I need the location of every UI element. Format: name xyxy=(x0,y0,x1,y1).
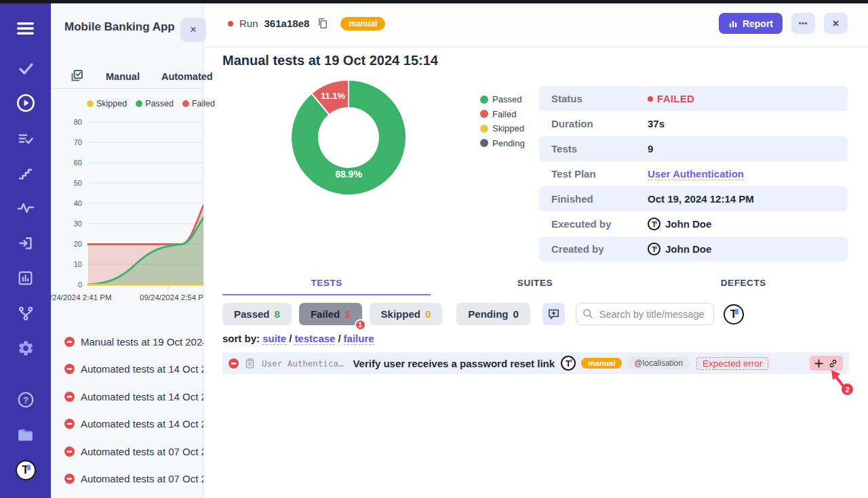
test-type-badge: manual xyxy=(581,358,622,369)
window-top-bar xyxy=(0,0,868,3)
play-circle-icon[interactable] xyxy=(0,91,51,115)
branch-icon[interactable] xyxy=(0,301,51,325)
bar-chart-icon[interactable] xyxy=(0,266,51,290)
filter-skipped-button[interactable]: Skipped0 xyxy=(370,303,443,325)
failed-status-icon xyxy=(229,358,239,369)
run-list-item[interactable]: Automated tests at 07 Oct 2 xyxy=(51,465,203,493)
filter-failed-button[interactable]: Failed1 1 xyxy=(299,303,362,325)
testomat-logo-icon[interactable]: T xyxy=(0,458,51,482)
run-title: Manual tests at 19 Oct 2024 15:14 xyxy=(222,53,438,68)
svg-text:?: ? xyxy=(23,395,28,405)
status-filter-row: Passed8 Failed1 1 Skipped0 Pending0 T xyxy=(222,303,848,325)
user-avatar: T xyxy=(648,243,660,255)
tab-suites[interactable]: SUITES xyxy=(431,272,639,295)
detail-row-status: Status FAILED xyxy=(539,86,848,111)
svg-text:70: 70 xyxy=(74,138,82,146)
test-result-row[interactable]: User Authentica… Verify user receives a … xyxy=(222,352,849,374)
copy-run-id-button[interactable] xyxy=(317,17,329,30)
svg-text:30: 30 xyxy=(74,220,82,228)
svg-text:0: 0 xyxy=(78,281,82,289)
run-list-item[interactable]: Manual tests at 19 Oct 2024 xyxy=(51,328,203,356)
report-button[interactable]: Report xyxy=(719,13,783,34)
steps-icon[interactable] xyxy=(0,161,51,186)
run-detail-view: Run 361a18e8 manual Report ••• × Manual … xyxy=(203,0,868,498)
legend-failed[interactable]: Failed xyxy=(182,99,215,108)
sort-by-failure-link[interactable]: failure xyxy=(344,333,374,345)
comment-plus-icon xyxy=(547,308,560,320)
search-icon xyxy=(583,308,593,322)
annotation-step-badge: 2 xyxy=(842,383,853,395)
run-id: 361a18e8 xyxy=(264,18,310,29)
settings-gear-icon[interactable] xyxy=(0,336,51,360)
detail-row-finished: Finished Oct 19, 2024 12:14 PM xyxy=(539,186,848,211)
donut-failed-label: 11.1% xyxy=(321,91,346,101)
project-panel: Mobile Banking App × Manual Automated Sk… xyxy=(51,0,203,498)
run-list-item[interactable]: Automated tests at 14 Oct 2 xyxy=(51,383,203,411)
help-icon[interactable]: ? xyxy=(0,388,51,412)
trend-chart-legend: Skipped Passed Failed xyxy=(87,99,215,108)
run-type-badge: manual xyxy=(340,17,385,30)
search-input[interactable] xyxy=(576,303,714,325)
detail-row-tests: Tests 9 xyxy=(539,136,848,161)
run-details-table: Status FAILED Duration 37s Tests 9 Test … xyxy=(539,86,848,262)
results-donut-chart: 11.1% 88.9% xyxy=(291,80,406,195)
legend-passed[interactable]: Passed xyxy=(480,92,525,107)
clipboard-icon xyxy=(244,358,256,369)
menu-icon[interactable] xyxy=(0,16,51,41)
legend-skipped[interactable]: Skipped xyxy=(480,121,525,136)
test-tag: @localisation xyxy=(627,357,690,369)
tab-manual[interactable]: Manual xyxy=(106,71,140,82)
legend-passed[interactable]: Passed xyxy=(136,99,174,108)
runs-list: Manual tests at 19 Oct 2024 Automated te… xyxy=(51,328,203,493)
detail-row-created-by: Created by TJohn Doe xyxy=(539,236,848,262)
run-list-item[interactable]: Automated tests at 14 Oct 2 xyxy=(51,356,203,383)
activity-icon[interactable] xyxy=(0,196,51,220)
run-status-dot xyxy=(228,21,233,26)
panel-tabs: Manual Automated xyxy=(51,65,203,89)
close-run-button[interactable]: × xyxy=(824,13,848,34)
run-list-item[interactable]: Automated tests at 07 Oct 2 xyxy=(51,438,203,465)
user-avatar-button[interactable]: T xyxy=(724,304,744,325)
report-chart-icon xyxy=(728,19,738,28)
test-plan-link[interactable]: User Authentication xyxy=(648,168,744,180)
donut-legend: Passed Failed Skipped Pending xyxy=(480,92,525,150)
folder-icon[interactable] xyxy=(0,423,51,447)
legend-failed[interactable]: Failed xyxy=(480,107,525,122)
sort-by-testcase-link[interactable]: testcase xyxy=(294,333,335,345)
results-tabs: TESTS SUITES DEFECTS xyxy=(222,272,848,295)
svg-text:09/24/2024 2:41 PM: 09/24/2024 2:41 PM xyxy=(51,293,112,302)
run-list-item[interactable]: Automated tests at 14 Oct 2 xyxy=(51,411,203,438)
check-icon[interactable] xyxy=(0,56,51,81)
detail-row-executed-by: Executed by TJohn Doe xyxy=(539,211,848,236)
select-runs-icon[interactable] xyxy=(70,68,84,85)
suite-name[interactable]: User Authentica… xyxy=(262,358,343,369)
error-message-badge[interactable]: Expected error xyxy=(696,357,769,370)
legend-pending[interactable]: Pending xyxy=(480,136,525,151)
failed-count-badge: 1 xyxy=(355,319,366,331)
more-options-button[interactable]: ••• xyxy=(791,13,815,34)
app-sidebar: ? T xyxy=(0,0,51,498)
tab-defects[interactable]: DEFECTS xyxy=(639,272,848,295)
panel-close-button[interactable]: × xyxy=(180,18,206,42)
legend-skipped[interactable]: Skipped xyxy=(87,99,127,108)
test-title[interactable]: Verify user receives a password reset li… xyxy=(353,358,555,369)
tab-tests[interactable]: TESTS xyxy=(222,272,431,295)
add-comment-button[interactable] xyxy=(542,303,565,325)
project-title: Mobile Banking App xyxy=(64,20,175,34)
svg-text:40: 40 xyxy=(74,199,82,207)
svg-text:09/24/2024 2:54 PM: 09/24/2024 2:54 PM xyxy=(140,293,203,302)
filter-pending-button[interactable]: Pending0 xyxy=(456,303,530,325)
trend-area-chart: 80 70 60 50 40 30 20 10 0 09/24/2024 2:4… xyxy=(51,115,203,308)
tab-automated[interactable]: Automated xyxy=(161,71,213,82)
detail-row-test-plan: Test Plan User Authentication xyxy=(539,161,848,186)
run-label: Run xyxy=(239,18,258,29)
sort-by-suite-link[interactable]: suite xyxy=(262,333,286,345)
sign-in-icon[interactable] xyxy=(0,231,51,255)
status-badge: FAILED xyxy=(648,93,694,104)
svg-text:80: 80 xyxy=(74,118,82,126)
add-icon[interactable] xyxy=(814,359,823,368)
svg-text:50: 50 xyxy=(74,179,82,187)
link-icon[interactable] xyxy=(828,358,838,369)
filter-passed-button[interactable]: Passed8 xyxy=(222,303,292,325)
list-check-icon[interactable] xyxy=(0,127,51,151)
